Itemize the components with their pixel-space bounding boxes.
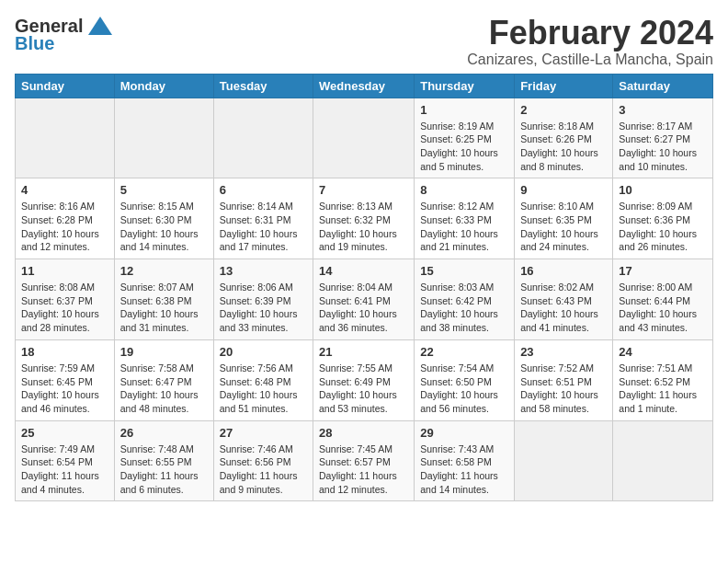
calendar-cell: 24Sunrise: 7:51 AMSunset: 6:52 PMDayligh… <box>613 339 713 420</box>
calendar-title: February 2024 <box>467 15 713 52</box>
day-info: Sunrise: 8:00 AMSunset: 6:44 PMDaylight:… <box>619 281 707 335</box>
day-info: Sunrise: 8:04 AMSunset: 6:41 PMDaylight:… <box>319 281 408 335</box>
calendar-cell: 21Sunrise: 7:55 AMSunset: 6:49 PMDayligh… <box>313 339 415 420</box>
day-info: Sunrise: 8:16 AMSunset: 6:28 PMDaylight:… <box>21 200 108 254</box>
calendar-table: SundayMondayTuesdayWednesdayThursdayFrid… <box>15 74 713 502</box>
day-info: Sunrise: 8:19 AMSunset: 6:25 PMDaylight:… <box>420 120 508 174</box>
day-number: 3 <box>619 103 707 117</box>
day-info: Sunrise: 7:59 AMSunset: 6:45 PMDaylight:… <box>21 362 108 416</box>
calendar-cell: 12Sunrise: 8:07 AMSunset: 6:38 PMDayligh… <box>114 259 213 340</box>
day-number: 19 <box>120 345 208 359</box>
calendar-cell: 17Sunrise: 8:00 AMSunset: 6:44 PMDayligh… <box>613 259 713 340</box>
calendar-cell: 10Sunrise: 8:09 AMSunset: 6:36 PMDayligh… <box>613 178 713 259</box>
day-info: Sunrise: 8:17 AMSunset: 6:27 PMDaylight:… <box>619 120 707 174</box>
day-number: 20 <box>220 345 307 359</box>
day-info: Sunrise: 8:15 AMSunset: 6:30 PMDaylight:… <box>120 200 208 254</box>
day-number: 17 <box>619 264 707 278</box>
day-info: Sunrise: 7:49 AMSunset: 6:54 PMDaylight:… <box>21 442 108 497</box>
calendar-cell: 13Sunrise: 8:06 AMSunset: 6:39 PMDayligh… <box>213 259 313 340</box>
day-number: 29 <box>420 426 508 440</box>
calendar-cell: 29Sunrise: 7:43 AMSunset: 6:58 PMDayligh… <box>415 420 515 501</box>
day-number: 5 <box>120 183 208 197</box>
day-info: Sunrise: 7:58 AMSunset: 6:47 PMDaylight:… <box>120 362 208 416</box>
logo: General Blue <box>15 15 114 54</box>
day-info: Sunrise: 7:48 AMSunset: 6:55 PMDaylight:… <box>120 442 208 497</box>
header-friday: Friday <box>515 74 613 98</box>
calendar-header-row: SundayMondayTuesdayWednesdayThursdayFrid… <box>16 74 713 98</box>
calendar-cell <box>313 98 415 178</box>
calendar-cell: 23Sunrise: 7:52 AMSunset: 6:51 PMDayligh… <box>515 339 613 420</box>
day-info: Sunrise: 8:14 AMSunset: 6:31 PMDaylight:… <box>220 200 307 254</box>
calendar-subtitle: Canizares, Castille-La Mancha, Spain <box>467 52 713 68</box>
calendar-cell: 6Sunrise: 8:14 AMSunset: 6:31 PMDaylight… <box>213 178 313 259</box>
calendar-cell: 18Sunrise: 7:59 AMSunset: 6:45 PMDayligh… <box>16 339 115 420</box>
calendar-cell: 9Sunrise: 8:10 AMSunset: 6:35 PMDaylight… <box>515 178 613 259</box>
day-number: 7 <box>319 183 408 197</box>
day-info: Sunrise: 8:06 AMSunset: 6:39 PMDaylight:… <box>220 281 307 335</box>
calendar-cell: 19Sunrise: 7:58 AMSunset: 6:47 PMDayligh… <box>114 339 213 420</box>
day-info: Sunrise: 8:12 AMSunset: 6:33 PMDaylight:… <box>420 200 508 254</box>
day-number: 4 <box>21 183 108 197</box>
calendar-cell: 7Sunrise: 8:13 AMSunset: 6:32 PMDaylight… <box>313 178 415 259</box>
day-info: Sunrise: 7:52 AMSunset: 6:51 PMDaylight:… <box>520 362 607 416</box>
calendar-cell <box>515 420 613 501</box>
week-row-4: 25Sunrise: 7:49 AMSunset: 6:54 PMDayligh… <box>16 420 713 501</box>
day-info: Sunrise: 8:10 AMSunset: 6:35 PMDaylight:… <box>520 200 607 254</box>
calendar-cell: 26Sunrise: 7:48 AMSunset: 6:55 PMDayligh… <box>114 420 213 501</box>
day-number: 1 <box>420 103 508 117</box>
calendar-cell: 14Sunrise: 8:04 AMSunset: 6:41 PMDayligh… <box>313 259 415 340</box>
header-tuesday: Tuesday <box>213 74 313 98</box>
day-number: 28 <box>319 426 408 440</box>
calendar-cell: 27Sunrise: 7:46 AMSunset: 6:56 PMDayligh… <box>213 420 313 501</box>
day-info: Sunrise: 8:13 AMSunset: 6:32 PMDaylight:… <box>319 200 408 254</box>
page-header: General Blue February 2024 Canizares, Ca… <box>15 15 713 68</box>
day-info: Sunrise: 7:46 AMSunset: 6:56 PMDaylight:… <box>220 442 307 497</box>
day-number: 12 <box>120 264 208 278</box>
day-number: 13 <box>220 264 307 278</box>
day-number: 23 <box>520 345 607 359</box>
calendar-cell: 2Sunrise: 8:18 AMSunset: 6:26 PMDaylight… <box>515 98 613 178</box>
calendar-cell: 20Sunrise: 7:56 AMSunset: 6:48 PMDayligh… <box>213 339 313 420</box>
day-info: Sunrise: 7:51 AMSunset: 6:52 PMDaylight:… <box>619 362 707 416</box>
day-number: 24 <box>619 345 707 359</box>
header-sunday: Sunday <box>16 74 115 98</box>
calendar-cell: 11Sunrise: 8:08 AMSunset: 6:37 PMDayligh… <box>16 259 115 340</box>
day-number: 6 <box>220 183 307 197</box>
day-info: Sunrise: 8:18 AMSunset: 6:26 PMDaylight:… <box>520 120 607 174</box>
day-number: 27 <box>220 426 307 440</box>
logo-icon <box>86 15 114 37</box>
logo-blue-text: Blue <box>15 33 54 54</box>
calendar-cell: 15Sunrise: 8:03 AMSunset: 6:42 PMDayligh… <box>415 259 515 340</box>
calendar-cell: 1Sunrise: 8:19 AMSunset: 6:25 PMDaylight… <box>415 98 515 178</box>
day-number: 14 <box>319 264 408 278</box>
calendar-cell: 22Sunrise: 7:54 AMSunset: 6:50 PMDayligh… <box>415 339 515 420</box>
day-number: 22 <box>420 345 508 359</box>
day-number: 2 <box>520 103 607 117</box>
day-info: Sunrise: 8:09 AMSunset: 6:36 PMDaylight:… <box>619 200 707 254</box>
calendar-cell: 8Sunrise: 8:12 AMSunset: 6:33 PMDaylight… <box>415 178 515 259</box>
calendar-cell <box>613 420 713 501</box>
day-number: 25 <box>21 426 108 440</box>
day-info: Sunrise: 7:56 AMSunset: 6:48 PMDaylight:… <box>220 362 307 416</box>
day-info: Sunrise: 7:45 AMSunset: 6:57 PMDaylight:… <box>319 442 408 497</box>
calendar-cell: 25Sunrise: 7:49 AMSunset: 6:54 PMDayligh… <box>16 420 115 501</box>
title-section: February 2024 Canizares, Castille-La Man… <box>467 15 713 68</box>
header-thursday: Thursday <box>415 74 515 98</box>
day-info: Sunrise: 8:07 AMSunset: 6:38 PMDaylight:… <box>120 281 208 335</box>
svg-marker-0 <box>88 17 112 35</box>
calendar-cell: 3Sunrise: 8:17 AMSunset: 6:27 PMDaylight… <box>613 98 713 178</box>
day-info: Sunrise: 8:02 AMSunset: 6:43 PMDaylight:… <box>520 281 607 335</box>
day-number: 11 <box>21 264 108 278</box>
day-number: 18 <box>21 345 108 359</box>
day-info: Sunrise: 8:08 AMSunset: 6:37 PMDaylight:… <box>21 281 108 335</box>
calendar-cell <box>16 98 115 178</box>
header-saturday: Saturday <box>613 74 713 98</box>
calendar-cell: 4Sunrise: 8:16 AMSunset: 6:28 PMDaylight… <box>16 178 115 259</box>
calendar-cell <box>114 98 213 178</box>
week-row-1: 4Sunrise: 8:16 AMSunset: 6:28 PMDaylight… <box>16 178 713 259</box>
week-row-2: 11Sunrise: 8:08 AMSunset: 6:37 PMDayligh… <box>16 259 713 340</box>
day-info: Sunrise: 7:43 AMSunset: 6:58 PMDaylight:… <box>420 442 508 497</box>
day-info: Sunrise: 7:55 AMSunset: 6:49 PMDaylight:… <box>319 362 408 416</box>
week-row-3: 18Sunrise: 7:59 AMSunset: 6:45 PMDayligh… <box>16 339 713 420</box>
header-wednesday: Wednesday <box>313 74 415 98</box>
